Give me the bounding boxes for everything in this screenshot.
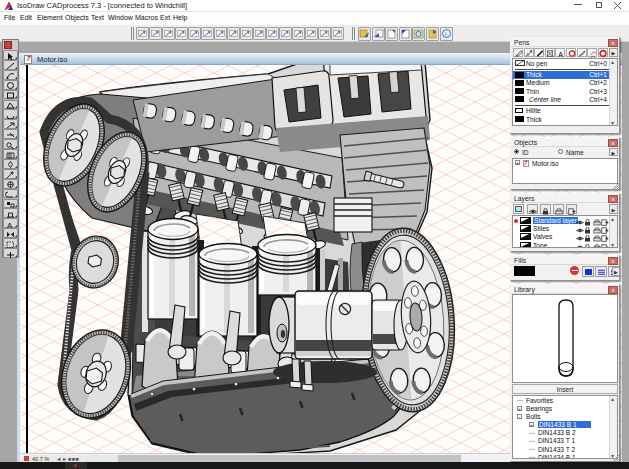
svg-text:A: A [558, 49, 563, 57]
svg-text:i: i [445, 31, 446, 37]
